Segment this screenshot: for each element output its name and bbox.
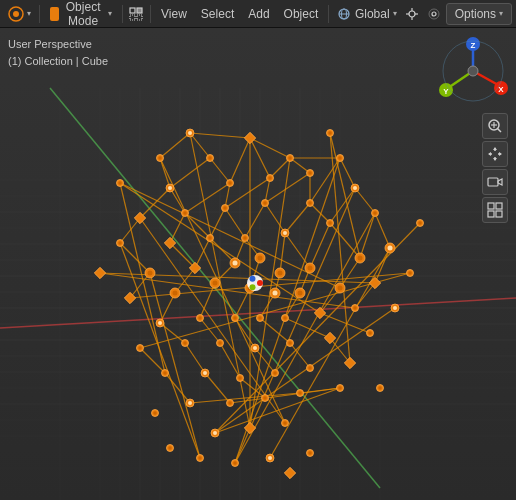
grid-tool-btn[interactable]	[482, 197, 508, 223]
svg-rect-3	[137, 8, 142, 13]
svg-rect-5	[137, 15, 142, 20]
svg-marker-36	[498, 179, 502, 185]
svg-rect-37	[488, 203, 494, 209]
toolbar: ▾ Object Mode ▾ View Select Add Object	[0, 0, 516, 28]
add-menu-btn[interactable]: Add	[242, 3, 275, 25]
svg-rect-39	[488, 211, 494, 217]
camera-icon	[487, 174, 503, 190]
svg-marker-31	[493, 147, 497, 150]
separator-2	[122, 5, 123, 23]
zoom-tool-btn[interactable]	[482, 113, 508, 139]
svg-rect-2	[130, 8, 135, 13]
separator-3	[150, 5, 151, 23]
proportional-icon	[427, 7, 441, 21]
add-menu-label: Add	[248, 7, 269, 21]
separator-4	[328, 5, 329, 23]
svg-rect-40	[496, 211, 502, 217]
svg-rect-38	[496, 203, 502, 209]
transform-btn[interactable]: Global ▾	[333, 3, 400, 25]
snap-icon	[405, 7, 419, 21]
svg-rect-4	[130, 15, 135, 20]
gizmo[interactable]: Z X Y	[438, 36, 508, 106]
snap-btn[interactable]	[402, 3, 422, 25]
object-menu-btn[interactable]: Object	[278, 3, 325, 25]
svg-point-14	[429, 9, 439, 19]
right-tools	[482, 113, 508, 223]
blender-icon-btn[interactable]: ▾	[4, 3, 35, 25]
object-mode-icon	[50, 7, 59, 21]
camera-tool-btn[interactable]	[482, 169, 508, 195]
options-btn[interactable]: Options ▾	[446, 3, 512, 25]
pan-icon	[487, 146, 503, 162]
select-menu-btn[interactable]: Select	[195, 3, 240, 25]
options-dropdown-arrow: ▾	[499, 9, 503, 18]
select-box-btn[interactable]	[126, 3, 146, 25]
svg-rect-35	[488, 178, 498, 186]
svg-point-15	[432, 12, 436, 16]
object-menu-label: Object	[284, 7, 319, 21]
view-menu-label: View	[161, 7, 187, 21]
mode-dropdown-arrow: ▾	[108, 9, 112, 18]
global-label: Global	[355, 7, 390, 21]
proportional-btn[interactable]	[424, 3, 444, 25]
global-dropdown-arrow: ▾	[393, 9, 397, 18]
select-tools-icon	[129, 7, 143, 21]
svg-point-1	[13, 11, 19, 17]
svg-marker-32	[493, 158, 497, 161]
svg-line-28	[498, 129, 502, 133]
svg-point-25	[468, 66, 478, 76]
view-menu-btn[interactable]: View	[155, 3, 193, 25]
svg-marker-34	[499, 152, 502, 156]
viewport[interactable]: User Perspective (1) Collection | Cube Z…	[0, 28, 516, 500]
object-mode-btn[interactable]: Object Mode ▾	[44, 3, 118, 25]
grid-icon	[487, 202, 503, 218]
pan-tool-btn[interactable]	[482, 141, 508, 167]
svg-marker-33	[488, 152, 491, 156]
svg-point-9	[409, 11, 415, 17]
transform-icon	[336, 6, 352, 22]
separator-1	[39, 5, 40, 23]
options-label: Options	[455, 7, 496, 21]
zoom-icon	[487, 118, 503, 134]
svg-text:Z: Z	[471, 41, 476, 50]
object-mode-label: Object Mode	[62, 0, 105, 28]
select-menu-label: Select	[201, 7, 234, 21]
